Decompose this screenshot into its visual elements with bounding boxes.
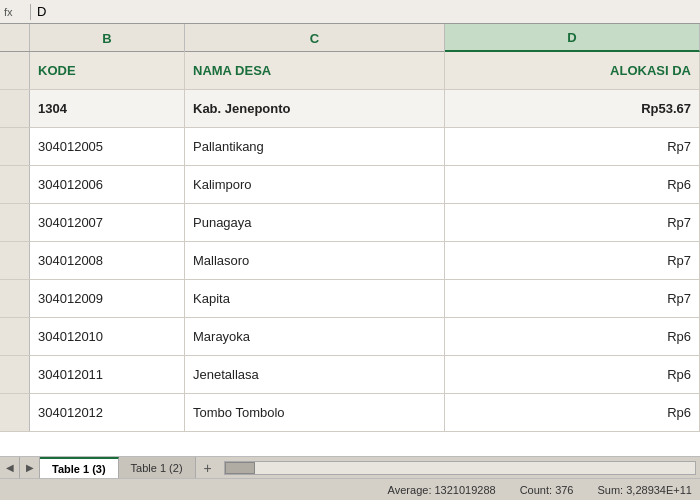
row-num — [0, 394, 30, 431]
col-header-c[interactable]: C — [185, 24, 445, 52]
row-num — [0, 356, 30, 393]
cell-nama: Kalimporo — [185, 166, 445, 203]
cell-kode: 304012005 — [30, 128, 185, 165]
bottom-area: ◀ ▶ Table 1 (3)Table 1 (2) + — [0, 456, 700, 478]
hscroll-section — [220, 457, 700, 478]
row-num — [0, 204, 30, 241]
table-row: 304012008 Mallasoro Rp7 — [0, 242, 700, 280]
hscroll-track[interactable] — [224, 461, 696, 475]
table-body: KODE NAMA DESA ALOKASI DA 1304 Kab. Jene… — [0, 52, 700, 456]
cell-kode: 304012006 — [30, 166, 185, 203]
summary-nama: Kab. Jeneponto — [185, 90, 445, 127]
row-num — [0, 128, 30, 165]
header-nama: NAMA DESA — [185, 52, 445, 89]
cell-kode: 304012011 — [30, 356, 185, 393]
cell-alokasi: Rp6 — [445, 166, 700, 203]
col-header-b[interactable]: B — [30, 24, 185, 52]
cell-alokasi: Rp7 — [445, 128, 700, 165]
data-rows: 304012005 Pallantikang Rp7 304012006 Kal… — [0, 128, 700, 432]
column-headers: B C D — [0, 24, 700, 52]
cell-alokasi: Rp6 — [445, 318, 700, 355]
cell-kode: 304012010 — [30, 318, 185, 355]
spreadsheet-area: B C D KODE NAMA DESA ALOKASI DA 1304 Kab… — [0, 24, 700, 456]
table-header-row: KODE NAMA DESA ALOKASI DA — [0, 52, 700, 90]
summary-alokasi: Rp53.67 — [445, 90, 700, 127]
cell-alokasi: Rp7 — [445, 280, 700, 317]
cell-alokasi: Rp6 — [445, 356, 700, 393]
row-num — [0, 318, 30, 355]
row-num — [0, 52, 30, 89]
table-row: 304012005 Pallantikang Rp7 — [0, 128, 700, 166]
table-row: 304012011 Jenetallasa Rp6 — [0, 356, 700, 394]
row-num — [0, 242, 30, 279]
cell-alokasi: Rp7 — [445, 204, 700, 241]
tab-section: ◀ ▶ Table 1 (3)Table 1 (2) + — [0, 457, 220, 478]
table-row: 304012012 Tombo Tombolo Rp6 — [0, 394, 700, 432]
col-header-d[interactable]: D — [445, 24, 700, 52]
tab-nav-next[interactable]: ▶ — [20, 457, 40, 478]
status-bar: Average: 1321019288 Count: 376 Sum: 3,28… — [0, 478, 700, 500]
cell-kode: 304012009 — [30, 280, 185, 317]
cell-kode: 304012012 — [30, 394, 185, 431]
formula-separator — [30, 4, 31, 20]
row-num — [0, 166, 30, 203]
cell-nama: Kapita — [185, 280, 445, 317]
summary-row: 1304 Kab. Jeneponto Rp53.67 — [0, 90, 700, 128]
header-alokasi: ALOKASI DA — [445, 52, 700, 89]
table-row: 304012007 Punagaya Rp7 — [0, 204, 700, 242]
row-num-header — [0, 24, 30, 51]
cell-nama: Marayoka — [185, 318, 445, 355]
status-average: Average: 1321019288 — [388, 484, 496, 496]
tab-0[interactable]: Table 1 (3) — [40, 457, 119, 478]
status-sum: Sum: 3,28934E+11 — [598, 484, 693, 496]
tab-add-button[interactable]: + — [196, 457, 220, 478]
cell-kode: 304012007 — [30, 204, 185, 241]
cell-nama: Pallantikang — [185, 128, 445, 165]
status-count: Count: 376 — [520, 484, 574, 496]
row-num — [0, 280, 30, 317]
table-row: 304012009 Kapita Rp7 — [0, 280, 700, 318]
formula-label: fx — [4, 6, 24, 18]
cell-alokasi: Rp7 — [445, 242, 700, 279]
cell-nama: Tombo Tombolo — [185, 394, 445, 431]
header-kode: KODE — [30, 52, 185, 89]
hscroll-thumb — [225, 462, 255, 474]
cell-kode: 304012008 — [30, 242, 185, 279]
cell-nama: Jenetallasa — [185, 356, 445, 393]
summary-kode: 1304 — [30, 90, 185, 127]
cell-alokasi: Rp6 — [445, 394, 700, 431]
table-row: 304012006 Kalimporo Rp6 — [0, 166, 700, 204]
formula-bar: fx D — [0, 0, 700, 24]
table-row: 304012010 Marayoka Rp6 — [0, 318, 700, 356]
cell-nama: Punagaya — [185, 204, 445, 241]
tab-1[interactable]: Table 1 (2) — [119, 457, 196, 478]
formula-value: D — [37, 4, 46, 19]
tabs-container: Table 1 (3)Table 1 (2) — [40, 457, 196, 478]
row-num — [0, 90, 30, 127]
tab-nav-prev[interactable]: ◀ — [0, 457, 20, 478]
cell-nama: Mallasoro — [185, 242, 445, 279]
